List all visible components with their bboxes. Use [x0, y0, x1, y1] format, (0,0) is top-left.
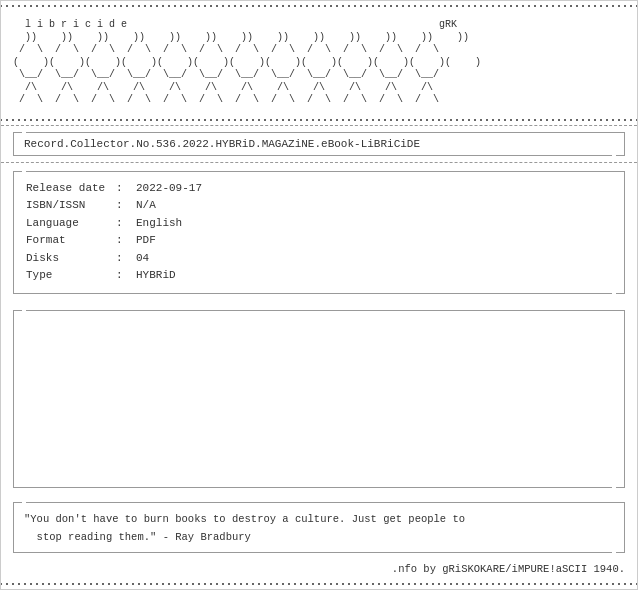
isbn-row: ISBN/ISSN : N/A — [26, 197, 612, 215]
type-value: HYBRiD — [136, 267, 612, 285]
language-value: English — [136, 215, 612, 233]
release-date-value: 2022-09-17 — [136, 180, 612, 198]
quote-box: "You don't have to burn books to destroy… — [13, 502, 625, 554]
language-row: Language : English — [26, 215, 612, 233]
format-label: Format — [26, 232, 116, 250]
filename-section: Record.Collector.No.536.2022.HYBRiD.MAGA… — [1, 125, 637, 163]
format-value: PDF — [136, 232, 612, 250]
release-date-row: Release date : 2022-09-17 — [26, 180, 612, 198]
ascii-art-section: l i b r i c i d e gRK )) )) )) )) )) )) … — [1, 11, 637, 115]
release-date-label: Release date — [26, 180, 116, 198]
ascii-art-content: l i b r i c i d e gRK )) )) )) )) )) )) … — [13, 19, 625, 107]
language-colon: : — [116, 215, 136, 233]
empty-section — [1, 302, 637, 495]
disks-row: Disks : 04 — [26, 250, 612, 268]
disks-label: Disks — [26, 250, 116, 268]
main-window: l i b r i c i d e gRK )) )) )) )) )) )) … — [0, 0, 638, 590]
language-label: Language — [26, 215, 116, 233]
info-box: Release date : 2022-09-17 ISBN/ISSN : N/… — [13, 171, 625, 295]
isbn-value: N/A — [136, 197, 612, 215]
type-row: Type : HYBRiD — [26, 267, 612, 285]
format-row: Format : PDF — [26, 232, 612, 250]
quote-section: "You don't have to burn books to destroy… — [1, 496, 637, 560]
filename-box: Record.Collector.No.536.2022.HYBRiD.MAGA… — [13, 132, 625, 156]
info-section: Release date : 2022-09-17 ISBN/ISSN : N/… — [1, 163, 637, 303]
bottom-border — [1, 579, 637, 589]
quote-text: "You don't have to burn books to destroy… — [24, 513, 465, 544]
isbn-label: ISBN/ISSN — [26, 197, 116, 215]
nfo-credit: .nfo by gRiSKOKARE/iMPURE!aSCII 1940. — [1, 559, 637, 579]
middle-border-1 — [1, 115, 637, 125]
release-date-colon: : — [116, 180, 136, 198]
format-colon: : — [116, 232, 136, 250]
type-label: Type — [26, 267, 116, 285]
filename-text: Record.Collector.No.536.2022.HYBRiD.MAGA… — [24, 138, 420, 150]
empty-box — [13, 310, 625, 487]
disks-value: 04 — [136, 250, 612, 268]
isbn-colon: : — [116, 197, 136, 215]
type-colon: : — [116, 267, 136, 285]
disks-colon: : — [116, 250, 136, 268]
top-border — [1, 1, 637, 11]
nfo-credit-text: .nfo by gRiSKOKARE/iMPURE!aSCII 1940. — [392, 563, 625, 575]
